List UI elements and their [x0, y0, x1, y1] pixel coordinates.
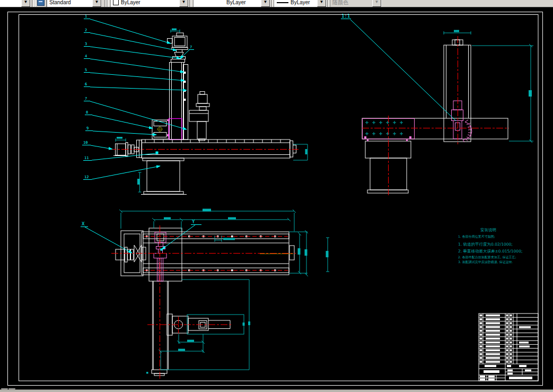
linetype-combo[interactable]: ByLayer ▼: [193, 0, 270, 7]
sheet-frame: [8, 12, 543, 386]
toolbar: ▼ Standard ▼ ByLayer ▼ ByLayer ▼ ByLayer…: [0, 0, 553, 7]
color-combo[interactable]: ByLayer ▼: [110, 0, 189, 7]
dropdown-arrow-icon[interactable]: ▼: [179, 0, 188, 7]
callout-label: 7: [85, 97, 87, 101]
callout-label: 11: [84, 156, 89, 160]
callout-label: 1: [85, 14, 87, 19]
combo-value: Standard: [47, 0, 71, 5]
toolbar-separator: [327, 0, 329, 7]
title-block: [479, 313, 538, 381]
dropdown-arrow-icon[interactable]: ▼: [92, 0, 101, 7]
dropdown-arrow-icon[interactable]: ▼: [317, 0, 326, 7]
toolbar-separator: [271, 0, 273, 7]
text-style-combo[interactable]: Standard ▼: [47, 0, 102, 7]
plan-view: [111, 209, 329, 380]
combo-value: ByLayer: [194, 0, 246, 5]
note-line: 2. 各部件配合按装配要求加工, 保证工艺;: [458, 255, 516, 259]
section-y-label: Y: [192, 219, 195, 224]
side-view: [362, 30, 533, 196]
callout-label: 3: [85, 42, 87, 46]
lineweight-preview: [277, 2, 288, 3]
note-line: 3. 装配调试完毕后涂防锈漆, 保证运转.: [458, 260, 513, 264]
color-swatch: [113, 0, 119, 5]
combo-value: 随颜色: [330, 0, 348, 6]
callout-label: 8: [86, 110, 88, 115]
style-icon-glyph: [37, 0, 45, 6]
callout-label: 6: [85, 82, 87, 86]
lineweight-combo[interactable]: ByLayer ▼: [274, 0, 327, 7]
status-strip: [0, 389, 553, 392]
section-x-label: X: [82, 221, 85, 227]
dropdown-arrow-icon: ▼: [372, 0, 381, 7]
callout-label: 12: [84, 175, 89, 179]
note-line: 1. 各部分间位置尺寸如图;: [458, 234, 495, 239]
toolbar-separator: [189, 0, 191, 7]
drawing-canvas[interactable]: 1 2 3 4 5 6 7 8 9 10 11 12 7: [0, 0, 553, 392]
scale-label: 1:1: [341, 13, 350, 19]
plotstyle-combo: 随颜色 ▼: [330, 0, 382, 7]
combo-value: ByLayer: [119, 0, 141, 5]
dropdown-arrow-icon[interactable]: ▼: [21, 0, 30, 7]
front-view: [109, 29, 308, 195]
callout-label: 7: [190, 45, 192, 49]
callout-label: 5: [85, 68, 87, 72]
combo-value: ByLayer: [288, 0, 310, 5]
callout-label: 10: [83, 141, 87, 145]
left-partial-combo[interactable]: ▼: [0, 0, 31, 7]
note-line: 2. 垂直移动最大误差±0.015/1000;: [458, 249, 522, 254]
tech-notes: 安装说明 1. 各部分间位置尺寸如图; 1. 轨道的平行度为0.02/1000;…: [458, 228, 522, 264]
toolbar-separator: [107, 0, 109, 7]
cad-application-window: ▼ Standard ▼ ByLayer ▼ ByLayer ▼ ByLayer…: [0, 0, 553, 392]
callout-label: 2: [85, 28, 87, 32]
style-manager-icon[interactable]: [35, 0, 47, 7]
callout-label: 4: [85, 54, 87, 58]
note-line: 1. 轨道的平行度为0.02/1000;: [458, 242, 513, 247]
dropdown-arrow-icon[interactable]: ▼: [261, 0, 270, 7]
notes-title: 安装说明: [480, 228, 496, 232]
toolbar-separator: [32, 0, 34, 7]
callout-label: 9: [86, 126, 89, 130]
leader-callouts: 1 2 3 4 5 6 7 8 9 10 11 12 7: [81, 13, 456, 253]
